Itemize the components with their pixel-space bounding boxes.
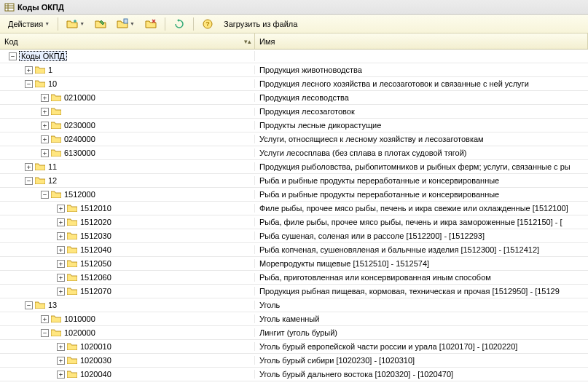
refresh-button[interactable] <box>170 17 189 31</box>
expand-icon[interactable]: + <box>25 66 33 74</box>
code-cell: + <box>0 108 255 116</box>
tree-row[interactable]: −1020000Лингит (уголь бурый) <box>0 326 588 340</box>
collapse-icon[interactable]: − <box>25 80 33 88</box>
tree-row[interactable]: +1020040Уголь бурый дальнего востока [10… <box>0 368 588 381</box>
folder-icon <box>67 274 77 281</box>
code-cell: −1512000 <box>0 190 255 199</box>
tree-row[interactable]: −1512000Рыба и рыбные продукты переработ… <box>0 188 588 202</box>
tree-row[interactable]: −Коды ОКПД <box>0 50 588 63</box>
tree-row[interactable]: +1010000Уголь каменный <box>0 312 588 326</box>
expand-icon[interactable]: + <box>41 315 49 323</box>
toolbar-separator <box>193 17 194 31</box>
tree-view[interactable]: −Коды ОКПД+1Продукция животноводства−10П… <box>0 50 588 381</box>
collapse-icon[interactable]: − <box>41 191 49 199</box>
name-cell: Рыба, приготовленная или консервированна… <box>255 273 588 282</box>
load-label: Загрузить из файла <box>224 20 297 28</box>
svg-rect-4 <box>124 19 128 23</box>
tree-row[interactable]: +1512020Рыба, филе рыбы, прочее мясо рыб… <box>0 215 588 229</box>
collapse-icon[interactable]: − <box>41 329 49 337</box>
folder-icon <box>51 122 61 129</box>
folder-icon <box>51 149 61 157</box>
tree-row[interactable]: +1Продукция животноводства <box>0 63 588 77</box>
tree-row[interactable]: −12Рыба и рыбные продукты переработанные… <box>0 174 588 188</box>
code-cell: +1512040 <box>0 245 255 254</box>
edit-button[interactable] <box>91 17 110 31</box>
tree-row[interactable]: −10Продукция лесного хозяйства и лесозаг… <box>0 77 588 91</box>
tree-row[interactable]: +Продукция лесозаготовок <box>0 105 588 119</box>
name-cell: Рыба и рыбные продукты переработанные и … <box>255 190 588 199</box>
folder-icon <box>67 288 77 295</box>
delete-icon <box>145 18 157 30</box>
edit-icon <box>95 18 106 30</box>
tree-row[interactable]: +0230000Продукты лесные дикорастущие <box>0 119 588 132</box>
expand-icon[interactable]: + <box>41 135 49 143</box>
expand-icon[interactable]: + <box>57 371 65 379</box>
name-cell: Продукция рыболовства, рыбопитомников и … <box>255 162 588 171</box>
tree-row[interactable]: +1512070Продукция рыбная пищевая, кормов… <box>0 285 588 298</box>
tree-row[interactable]: +1020030Уголь бурый сибири [1020230] - [… <box>0 354 588 368</box>
toolbar-separator <box>165 17 165 31</box>
tree-row[interactable]: −13Уголь <box>0 298 588 312</box>
copy-button[interactable]: ▼ <box>113 17 138 31</box>
expand-icon[interactable]: + <box>41 149 49 157</box>
expand-icon[interactable]: + <box>41 94 49 102</box>
collapse-icon[interactable]: − <box>25 177 33 185</box>
expand-icon[interactable]: + <box>41 108 49 116</box>
name-cell: Уголь каменный <box>255 314 588 323</box>
name-cell: Рыба сушеная, соленая или в рассоле [151… <box>255 231 588 240</box>
column-header-code[interactable]: Код ▾▴ <box>0 33 255 49</box>
actions-menu-button[interactable]: Действия ▼ <box>4 17 53 31</box>
expand-icon[interactable]: + <box>57 232 65 240</box>
code-cell: +0240000 <box>0 135 255 143</box>
delete-button[interactable] <box>141 17 160 31</box>
expand-icon[interactable]: + <box>57 246 65 254</box>
folder-icon <box>51 94 61 101</box>
help-button[interactable]: ? <box>198 17 217 31</box>
name-cell: Уголь бурый дальнего востока [1020320] -… <box>255 370 588 379</box>
help-icon: ? <box>202 18 213 30</box>
expand-icon[interactable]: + <box>57 343 65 351</box>
code-text: 1020040 <box>80 370 111 379</box>
expand-icon[interactable]: + <box>41 122 49 130</box>
tree-row[interactable]: +1020010Уголь бурый европейской части ро… <box>0 340 588 354</box>
name-cell: Филе рыбы, прочее мясо рыбы, печень и ик… <box>255 204 588 213</box>
collapse-icon[interactable]: − <box>9 52 17 60</box>
name-cell: Продукция лесозаготовок <box>255 107 588 116</box>
name-cell: Продукция животноводства <box>255 66 588 74</box>
code-text: 1020000 <box>64 328 95 337</box>
load-from-file-button[interactable]: Загрузить из файла <box>220 17 301 31</box>
expand-icon[interactable]: + <box>57 260 65 268</box>
collapse-icon[interactable]: − <box>25 301 33 309</box>
refresh-icon <box>173 18 185 30</box>
column-headers: Код ▾▴ Имя <box>0 33 588 50</box>
expand-icon[interactable]: + <box>25 163 33 171</box>
code-text: 1512020 <box>80 218 111 226</box>
expand-icon[interactable]: + <box>57 205 65 213</box>
expand-icon[interactable]: + <box>57 288 65 296</box>
tree-row[interactable]: +6130000Услуги лесосплава (без сплава в … <box>0 146 588 160</box>
code-text: 12 <box>48 176 57 185</box>
expand-icon[interactable]: + <box>57 218 65 226</box>
code-cell: +0210000 <box>0 93 255 102</box>
column-header-name[interactable]: Имя <box>255 33 588 49</box>
code-text: 1512050 <box>80 259 111 268</box>
expand-icon[interactable]: + <box>57 274 65 282</box>
tree-row[interactable]: +1512060Рыба, приготовленная или консерв… <box>0 271 588 285</box>
tree-row[interactable]: +1512010Филе рыбы, прочее мясо рыбы, печ… <box>0 202 588 215</box>
tree-row[interactable]: +1512050Морепродукты пищевые [1512510] -… <box>0 257 588 271</box>
tree-row[interactable]: +1512030Рыба сушеная, соленая или в расс… <box>0 229 588 243</box>
tree-row[interactable]: +0240000Услуги, относящиеся к лесному хо… <box>0 132 588 146</box>
expand-icon[interactable]: + <box>57 357 65 365</box>
tree-row[interactable]: +0210000Продукция лесоводства <box>0 91 588 105</box>
folder-icon <box>67 232 77 239</box>
folder-icon <box>67 218 77 226</box>
tree-row[interactable]: +1512040Рыба копченая, сушеновяленая и б… <box>0 243 588 257</box>
folder-icon <box>35 66 45 74</box>
folder-icon <box>51 191 61 198</box>
folder-icon <box>67 357 77 364</box>
add-folder-button[interactable]: ▼ <box>63 17 88 31</box>
tree-row[interactable]: +11Продукция рыболовства, рыбопитомников… <box>0 160 588 174</box>
code-cell: +11 <box>0 162 255 171</box>
code-text: 11 <box>48 162 57 171</box>
code-text: 13 <box>48 301 57 309</box>
